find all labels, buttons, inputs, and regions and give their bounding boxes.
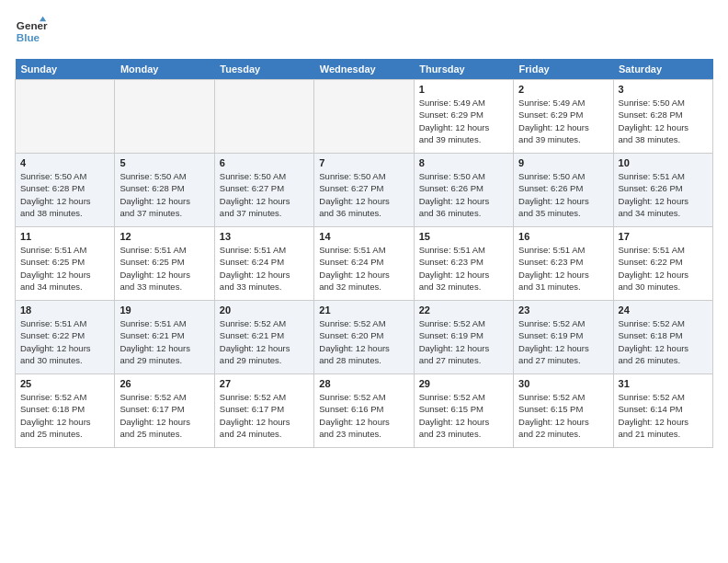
day-info: Sunrise: 5:51 AM Sunset: 6:25 PM Dayligh… <box>119 244 209 293</box>
day-number: 29 <box>419 378 508 389</box>
day-cell: 26Sunrise: 5:52 AM Sunset: 6:17 PM Dayli… <box>115 374 214 448</box>
day-number: 10 <box>619 157 708 168</box>
day-info: Sunrise: 5:52 AM Sunset: 6:19 PM Dayligh… <box>518 317 608 366</box>
day-cell: 6Sunrise: 5:50 AM Sunset: 6:27 PM Daylig… <box>214 154 313 227</box>
day-cell: 1Sunrise: 5:49 AM Sunset: 6:29 PM Daylig… <box>414 80 513 154</box>
day-cell: 2Sunrise: 5:49 AM Sunset: 6:29 PM Daylig… <box>514 80 613 154</box>
day-info: Sunrise: 5:51 AM Sunset: 6:24 PM Dayligh… <box>319 244 408 293</box>
day-number: 31 <box>619 378 708 389</box>
day-number: 22 <box>419 304 508 316</box>
day-number: 30 <box>518 378 608 389</box>
day-number: 23 <box>518 304 608 316</box>
day-info: Sunrise: 5:50 AM Sunset: 6:28 PM Dayligh… <box>119 170 209 219</box>
logo: General Blue <box>15 15 48 48</box>
day-info: Sunrise: 5:50 AM Sunset: 6:26 PM Dayligh… <box>419 170 508 219</box>
day-info: Sunrise: 5:52 AM Sunset: 6:16 PM Dayligh… <box>319 391 408 440</box>
day-number: 20 <box>220 304 309 316</box>
week-row-1: 1Sunrise: 5:49 AM Sunset: 6:29 PM Daylig… <box>16 80 713 154</box>
day-number: 11 <box>20 231 109 242</box>
day-cell: 25Sunrise: 5:52 AM Sunset: 6:18 PM Dayli… <box>16 374 115 448</box>
day-number: 18 <box>20 304 109 316</box>
weekday-header-thursday: Thursday <box>414 59 513 80</box>
weekday-header-sunday: Sunday <box>16 59 115 80</box>
week-row-2: 4Sunrise: 5:50 AM Sunset: 6:28 PM Daylig… <box>16 154 713 227</box>
day-info: Sunrise: 5:50 AM Sunset: 6:26 PM Dayligh… <box>518 170 608 219</box>
day-cell: 12Sunrise: 5:51 AM Sunset: 6:25 PM Dayli… <box>115 227 214 301</box>
day-cell <box>214 80 313 154</box>
logo-icon: General Blue <box>15 15 48 48</box>
day-cell: 9Sunrise: 5:50 AM Sunset: 6:26 PM Daylig… <box>514 154 613 227</box>
weekday-header-friday: Friday <box>514 59 613 80</box>
day-cell: 11Sunrise: 5:51 AM Sunset: 6:25 PM Dayli… <box>16 227 115 301</box>
day-info: Sunrise: 5:51 AM Sunset: 6:21 PM Dayligh… <box>119 317 209 366</box>
day-info: Sunrise: 5:52 AM Sunset: 6:18 PM Dayligh… <box>20 391 109 440</box>
day-number: 2 <box>518 84 608 95</box>
day-info: Sunrise: 5:52 AM Sunset: 6:15 PM Dayligh… <box>419 391 508 440</box>
day-cell: 31Sunrise: 5:52 AM Sunset: 6:14 PM Dayli… <box>613 374 712 448</box>
day-number: 13 <box>220 231 309 242</box>
day-cell: 4Sunrise: 5:50 AM Sunset: 6:28 PM Daylig… <box>16 154 115 227</box>
weekday-header-wednesday: Wednesday <box>314 59 414 80</box>
day-cell: 18Sunrise: 5:51 AM Sunset: 6:22 PM Dayli… <box>16 301 115 374</box>
day-info: Sunrise: 5:51 AM Sunset: 6:24 PM Dayligh… <box>220 244 309 293</box>
weekday-header-monday: Monday <box>115 59 214 80</box>
day-number: 16 <box>518 231 608 242</box>
day-info: Sunrise: 5:52 AM Sunset: 6:19 PM Dayligh… <box>419 317 508 366</box>
day-number: 21 <box>319 304 408 316</box>
day-info: Sunrise: 5:52 AM Sunset: 6:18 PM Dayligh… <box>619 317 708 366</box>
week-row-3: 11Sunrise: 5:51 AM Sunset: 6:25 PM Dayli… <box>16 227 713 301</box>
day-number: 6 <box>220 157 309 168</box>
day-info: Sunrise: 5:51 AM Sunset: 6:23 PM Dayligh… <box>419 244 508 293</box>
day-info: Sunrise: 5:50 AM Sunset: 6:27 PM Dayligh… <box>220 170 309 219</box>
day-cell: 5Sunrise: 5:50 AM Sunset: 6:28 PM Daylig… <box>115 154 214 227</box>
day-cell: 3Sunrise: 5:50 AM Sunset: 6:28 PM Daylig… <box>613 80 712 154</box>
day-info: Sunrise: 5:51 AM Sunset: 6:22 PM Dayligh… <box>619 244 708 293</box>
day-cell <box>314 80 414 154</box>
day-info: Sunrise: 5:51 AM Sunset: 6:25 PM Dayligh… <box>20 244 109 293</box>
day-info: Sunrise: 5:50 AM Sunset: 6:28 PM Dayligh… <box>20 170 109 219</box>
day-number: 26 <box>119 378 209 389</box>
day-info: Sunrise: 5:52 AM Sunset: 6:17 PM Dayligh… <box>220 391 309 440</box>
day-cell: 20Sunrise: 5:52 AM Sunset: 6:21 PM Dayli… <box>214 301 313 374</box>
day-info: Sunrise: 5:50 AM Sunset: 6:27 PM Dayligh… <box>319 170 408 219</box>
weekday-header-row: SundayMondayTuesdayWednesdayThursdayFrid… <box>16 59 713 80</box>
day-number: 25 <box>20 378 109 389</box>
weekday-header-tuesday: Tuesday <box>214 59 313 80</box>
day-info: Sunrise: 5:50 AM Sunset: 6:28 PM Dayligh… <box>619 97 708 145</box>
day-info: Sunrise: 5:52 AM Sunset: 6:17 PM Dayligh… <box>119 391 209 440</box>
day-number: 17 <box>619 231 708 242</box>
day-cell: 17Sunrise: 5:51 AM Sunset: 6:22 PM Dayli… <box>613 227 712 301</box>
day-cell: 29Sunrise: 5:52 AM Sunset: 6:15 PM Dayli… <box>414 374 513 448</box>
day-cell: 22Sunrise: 5:52 AM Sunset: 6:19 PM Dayli… <box>414 301 513 374</box>
day-number: 15 <box>419 231 508 242</box>
day-cell <box>16 80 115 154</box>
day-number: 1 <box>419 84 508 95</box>
day-cell: 15Sunrise: 5:51 AM Sunset: 6:23 PM Dayli… <box>414 227 513 301</box>
calendar-table: SundayMondayTuesdayWednesdayThursdayFrid… <box>15 59 713 448</box>
day-cell: 7Sunrise: 5:50 AM Sunset: 6:27 PM Daylig… <box>314 154 414 227</box>
day-number: 28 <box>319 378 408 389</box>
page-header: General Blue <box>15 15 713 48</box>
day-info: Sunrise: 5:51 AM Sunset: 6:23 PM Dayligh… <box>518 244 608 293</box>
day-info: Sunrise: 5:52 AM Sunset: 6:15 PM Dayligh… <box>518 391 608 440</box>
day-number: 4 <box>20 157 109 168</box>
day-number: 5 <box>119 157 209 168</box>
day-cell <box>115 80 214 154</box>
day-cell: 19Sunrise: 5:51 AM Sunset: 6:21 PM Dayli… <box>115 301 214 374</box>
day-number: 8 <box>419 157 508 168</box>
day-cell: 8Sunrise: 5:50 AM Sunset: 6:26 PM Daylig… <box>414 154 513 227</box>
day-cell: 27Sunrise: 5:52 AM Sunset: 6:17 PM Dayli… <box>214 374 313 448</box>
day-info: Sunrise: 5:51 AM Sunset: 6:22 PM Dayligh… <box>20 317 109 366</box>
day-info: Sunrise: 5:49 AM Sunset: 6:29 PM Dayligh… <box>518 97 608 145</box>
day-info: Sunrise: 5:52 AM Sunset: 6:20 PM Dayligh… <box>319 317 408 366</box>
day-number: 9 <box>518 157 608 168</box>
day-cell: 14Sunrise: 5:51 AM Sunset: 6:24 PM Dayli… <box>314 227 414 301</box>
day-number: 27 <box>220 378 309 389</box>
day-number: 3 <box>619 84 708 95</box>
svg-text:Blue: Blue <box>17 31 40 43</box>
day-cell: 13Sunrise: 5:51 AM Sunset: 6:24 PM Dayli… <box>214 227 313 301</box>
day-info: Sunrise: 5:51 AM Sunset: 6:26 PM Dayligh… <box>619 170 708 219</box>
day-number: 24 <box>619 304 708 316</box>
day-info: Sunrise: 5:52 AM Sunset: 6:21 PM Dayligh… <box>220 317 309 366</box>
day-info: Sunrise: 5:49 AM Sunset: 6:29 PM Dayligh… <box>419 97 508 145</box>
